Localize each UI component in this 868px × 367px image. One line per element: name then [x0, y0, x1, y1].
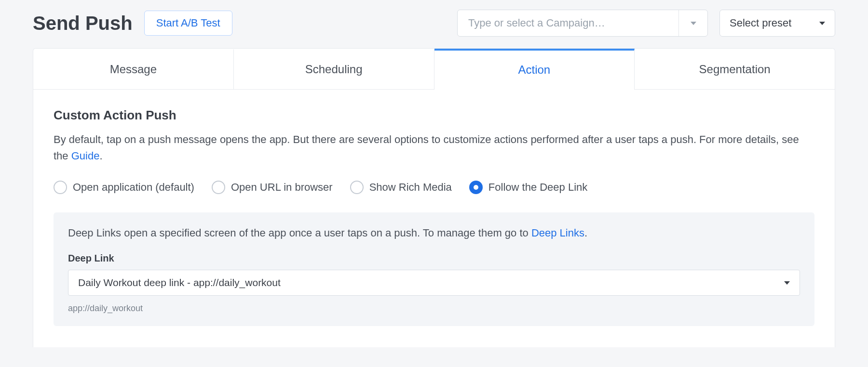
guide-link[interactable]: Guide	[71, 150, 100, 162]
radio-open-application[interactable]: Open application (default)	[54, 181, 194, 194]
page-title: Send Push	[33, 13, 133, 34]
radio-open-url[interactable]: Open URL in browser	[212, 181, 333, 194]
deep-link-dropdown[interactable]: Daily Workout deep link - app://daily_wo…	[68, 270, 800, 296]
panel-description: Deep Links open a specified screen of th…	[68, 227, 800, 239]
preset-select[interactable]: Select preset	[719, 10, 835, 37]
campaign-placeholder: Type or select a Campaign…	[458, 17, 678, 29]
tab-segmentation[interactable]: Segmentation	[635, 49, 835, 89]
radio-icon	[350, 181, 364, 194]
deep-link-panel: Deep Links open a specified screen of th…	[54, 212, 814, 326]
tab-action[interactable]: Action	[434, 49, 635, 89]
radio-label: Open application (default)	[73, 181, 194, 194]
radio-follow-deep-link[interactable]: Follow the Deep Link	[469, 181, 587, 194]
action-radio-group: Open application (default) Open URL in b…	[54, 181, 814, 194]
tab-message[interactable]: Message	[33, 49, 234, 89]
desc-after: .	[99, 150, 102, 162]
radio-label: Follow the Deep Link	[488, 181, 587, 194]
panel-desc-after: .	[584, 227, 587, 239]
main-card: Message Scheduling Action Segmentation C…	[33, 48, 835, 347]
preset-placeholder: Select preset	[730, 17, 791, 29]
deep-links-link[interactable]: Deep Links	[531, 227, 584, 239]
section-title: Custom Action Push	[54, 108, 814, 123]
deep-link-hint: app://daily_workout	[68, 303, 800, 314]
radio-icon	[469, 181, 483, 194]
radio-show-rich-media[interactable]: Show Rich Media	[350, 181, 452, 194]
radio-label: Open URL in browser	[231, 181, 333, 194]
chevron-down-icon	[691, 22, 696, 25]
tab-scheduling[interactable]: Scheduling	[234, 49, 434, 89]
section-description: By default, tap on a push message opens …	[54, 131, 814, 164]
radio-icon	[54, 181, 67, 194]
deep-link-field-label: Deep Link	[68, 253, 800, 264]
campaign-select-arrow	[678, 10, 707, 36]
chevron-down-icon	[784, 281, 790, 285]
tabs: Message Scheduling Action Segmentation	[33, 49, 835, 90]
deep-link-selected-value: Daily Workout deep link - app://daily_wo…	[78, 277, 281, 288]
radio-icon	[212, 181, 225, 194]
start-ab-test-button[interactable]: Start A/B Test	[144, 11, 232, 36]
panel-desc-text: Deep Links open a specified screen of th…	[68, 227, 531, 239]
campaign-select[interactable]: Type or select a Campaign…	[457, 10, 708, 37]
desc-text: By default, tap on a push message opens …	[54, 133, 799, 162]
tab-content: Custom Action Push By default, tap on a …	[33, 90, 835, 347]
chevron-down-icon	[819, 22, 825, 25]
radio-label: Show Rich Media	[369, 181, 452, 194]
